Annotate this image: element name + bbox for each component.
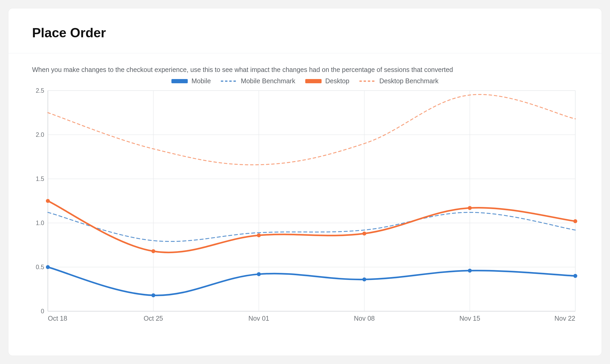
svg-point-32 (362, 232, 366, 236)
chart-area: 00.51.01.52.02.5Oct 18Oct 25Nov 01Nov 08… (32, 88, 578, 327)
svg-point-39 (468, 269, 472, 273)
page-title: Place Order (32, 25, 578, 40)
svg-text:Nov 08: Nov 08 (354, 315, 375, 322)
legend-item-mobile-benchmark[interactable]: Mobile Benchmark (221, 77, 295, 85)
legend-item-desktop[interactable]: Desktop (305, 77, 349, 85)
legend-label: Desktop Benchmark (379, 77, 439, 85)
svg-point-38 (362, 278, 366, 282)
svg-point-36 (151, 293, 155, 297)
svg-text:2.0: 2.0 (36, 131, 44, 138)
chart-description: When you make changes to the checkout ex… (32, 66, 578, 74)
svg-point-37 (257, 272, 261, 276)
legend-swatch-mobile (171, 79, 188, 83)
legend-item-desktop-benchmark[interactable]: Desktop Benchmark (359, 77, 439, 85)
chart-card: Place Order When you make changes to the… (8, 8, 602, 356)
line-chart: 00.51.01.52.02.5Oct 18Oct 25Nov 01Nov 08… (32, 88, 578, 327)
legend-label: Mobile Benchmark (241, 77, 295, 85)
svg-text:Oct 25: Oct 25 (144, 315, 163, 322)
legend-item-mobile[interactable]: Mobile (171, 77, 211, 85)
svg-point-30 (151, 249, 155, 253)
svg-point-33 (468, 206, 472, 210)
legend-swatch-desktop-benchmark (359, 79, 376, 83)
svg-text:Nov 01: Nov 01 (248, 315, 269, 322)
svg-rect-14 (48, 91, 575, 311)
svg-point-31 (257, 233, 261, 237)
svg-text:Nov 22: Nov 22 (555, 315, 575, 322)
svg-text:0: 0 (41, 308, 44, 315)
svg-text:Oct 18: Oct 18 (48, 315, 67, 322)
legend-label: Mobile (191, 77, 211, 85)
svg-text:1.5: 1.5 (36, 175, 44, 182)
svg-point-35 (46, 265, 50, 269)
chart-legend: Mobile Mobile Benchmark Desktop Desktop … (32, 77, 578, 85)
svg-text:1.0: 1.0 (36, 220, 44, 226)
card-header: Place Order (8, 8, 602, 53)
legend-label: Desktop (325, 77, 349, 85)
svg-text:0.5: 0.5 (36, 264, 44, 271)
card-body: When you make changes to the checkout ex… (8, 53, 602, 337)
legend-swatch-desktop (305, 79, 322, 83)
svg-point-29 (46, 199, 50, 203)
legend-swatch-mobile-benchmark (221, 79, 237, 83)
svg-text:Nov 15: Nov 15 (459, 315, 480, 322)
svg-point-34 (573, 219, 577, 223)
svg-point-40 (573, 274, 577, 278)
svg-text:2.5: 2.5 (36, 88, 44, 94)
